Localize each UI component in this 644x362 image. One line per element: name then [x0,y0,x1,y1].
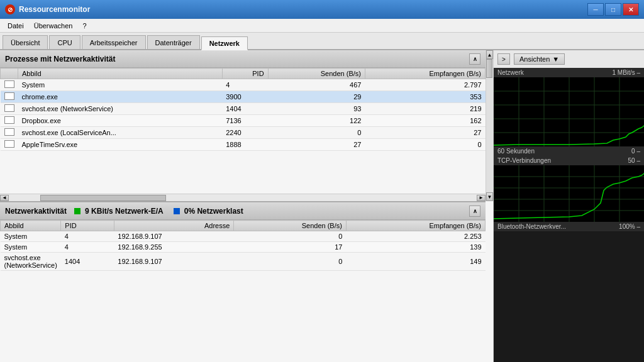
table-row[interactable]: svchost.exe (LocalServiceAn... 2240 0 27 [1,127,486,139]
tcp-chart-section: TCP-Verbindungen 50 – [494,156,644,231]
row-checkbox[interactable] [1,127,18,139]
row-name: svchost.exe (NetworkService) [18,103,223,115]
row-recv: 149 [346,253,485,271]
row-checkbox[interactable] [1,91,18,103]
network-table: Abbild PID Adresse Senden (B/s) Empfange… [0,220,486,271]
row-send: 0 [268,127,365,139]
upper-section-title: Prozesse mit Netzwerkaktivität [5,55,115,63]
h-scroll-thumb[interactable] [40,195,166,201]
close-button[interactable]: ✕ [623,3,639,16]
row-pid: 4 [61,242,114,253]
menu-datei[interactable]: Datei [3,21,29,31]
row-checkbox[interactable] [1,103,18,115]
row-name: System [18,79,223,91]
list-item[interactable]: System 4 192.168.9.107 0 2.253 [1,231,486,242]
table-row[interactable]: Dropbox.exe 7136 122 162 [1,115,486,127]
tab-datentrager[interactable]: Datenträger [147,35,200,49]
tab-ubersicht[interactable]: Übersicht [3,35,48,49]
window-title: Ressourcenmonitor [19,5,90,14]
scroll-track [486,59,493,192]
network-chart-label: Netzwerk 1 MBit/s – [494,68,644,77]
lower-section: Netzwerkaktivität 9 KBit/s Netzwerk-E/A … [0,201,486,302]
menu-uberwachen[interactable]: Überwachen [29,21,78,31]
col-pid[interactable]: PID [222,69,268,79]
table-row[interactable]: System 4 467 2.797 [1,79,486,91]
col-empfangen[interactable]: Empfangen (B/s) [365,69,485,79]
badge1-container: 9 KBit/s Netzwerk-E/A [74,207,164,216]
table-row[interactable]: chrome.exe 3900 29 353 [1,91,486,103]
row-name: chrome.exe [18,91,223,103]
network-time-label: 60 Sekunden 0 – [494,146,644,156]
row-send: 0 [234,253,347,271]
row-send: 93 [268,103,365,115]
table-row[interactable]: svchost.exe (NetworkService) 1404 93 219 [1,103,486,115]
upper-collapse-button[interactable]: ∧ [469,53,480,65]
menu-bar: Datei Überwachen ? [0,19,644,33]
row-name: svchost.exe (NetworkService) [1,253,61,271]
row-recv: 27 [365,127,485,139]
col-abbild2[interactable]: Abbild [1,221,61,231]
row-name: Dropbox.exe [18,115,223,127]
row-send: 467 [268,79,365,91]
scroll-left-btn[interactable]: ◄ [0,195,9,201]
row-checkbox[interactable] [1,79,18,91]
row-recv: 353 [365,91,485,103]
row-send: 17 [234,242,347,253]
menu-help[interactable]: ? [77,21,91,31]
network-graph [494,77,644,146]
col-empfangen2[interactable]: Empfangen (B/s) [346,221,485,231]
col-pid2[interactable]: PID [61,221,114,231]
row-checkbox[interactable] [1,139,18,151]
badge2-text: 0% Netzwerklast [184,207,243,216]
list-item[interactable]: svchost.exe (NetworkService) 1404 192.16… [1,253,486,271]
row-recv: 2.797 [365,79,485,91]
lower-collapse-button[interactable]: ∧ [469,206,480,217]
col-senden2[interactable]: Senden (B/s) [234,221,347,231]
h-scrollbar[interactable]: ◄ ► [0,194,486,201]
row-recv: 162 [365,115,485,127]
maximize-button[interactable]: □ [605,3,621,16]
table-header-row: Abbild PID Senden (B/s) Empfangen (B/s) [1,69,486,79]
row-recv: 0 [365,139,485,151]
badge1-text: 9 KBit/s Netzwerk-E/A [85,207,164,216]
main-content: Prozesse mit Netzwerkaktivität ∧ Abbild … [0,50,644,362]
ansichten-button[interactable]: Ansichten ▼ [514,53,565,65]
col-senden[interactable]: Senden (B/s) [268,69,365,79]
app-icon: ⊘ [5,4,15,14]
expand-button[interactable]: > [497,53,510,65]
badge2-container: 0% Netzwerklast [174,207,243,216]
row-pid: 3900 [222,91,268,103]
row-recv: 219 [365,103,485,115]
row-send: 29 [268,91,365,103]
col-abbild[interactable]: Abbild [18,69,223,79]
scroll-thumb[interactable] [486,59,492,78]
minimize-button[interactable]: ─ [587,3,604,16]
lower-section-header: Netzwerkaktivität 9 KBit/s Netzwerk-E/A … [0,202,486,220]
tcp-svg [494,165,644,222]
col-adresse[interactable]: Adresse [114,221,234,231]
row-name: System [1,231,61,242]
list-item[interactable]: System 4 192.168.9.255 17 139 [1,242,486,253]
network-chart-section: Netzwerk 1 MBit/s – [494,68,644,156]
lower-section-title: Netzwerkaktivität [5,207,67,216]
upper-table-wrapper: Abbild PID Senden (B/s) Empfangen (B/s) … [0,68,486,194]
right-panel-header: > Ansichten ▼ [494,50,644,68]
scroll-right-btn[interactable]: ► [477,195,486,201]
table-row[interactable]: AppleTimeSrv.exe 1888 27 0 [1,139,486,151]
row-pid: 1888 [222,139,268,151]
tab-netzwerk[interactable]: Netzwerk [201,36,248,50]
row-pid: 1404 [222,103,268,115]
scroll-down-btn[interactable]: ▼ [486,192,493,201]
scroll-up-btn[interactable]: ▲ [486,50,493,59]
tab-cpu[interactable]: CPU [49,35,80,49]
row-pid: 1404 [61,253,114,271]
row-checkbox[interactable] [1,115,18,127]
upper-v-scrollbar[interactable]: ▲ ▼ [486,50,493,201]
row-recv: 2.253 [346,231,485,242]
badge2-icon [174,208,180,214]
title-bar: ⊘ Ressourcenmonitor ─ □ ✕ [0,0,644,19]
lower-table-wrapper: Abbild PID Adresse Senden (B/s) Empfange… [0,220,486,302]
row-pid: 4 [222,79,268,91]
tab-arbeitsspeicher[interactable]: Arbeitsspeicher [82,35,146,49]
window-controls: ─ □ ✕ [587,3,639,16]
